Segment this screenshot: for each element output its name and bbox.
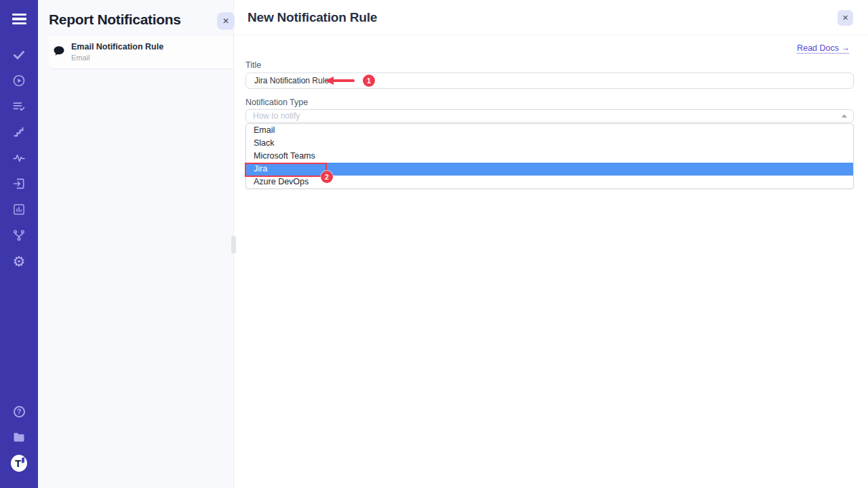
check-icon[interactable] <box>11 47 27 63</box>
menu-icon[interactable] <box>11 11 27 27</box>
report-notifications-panel: Report Notifications ✕ Email Notificatio… <box>38 0 234 488</box>
list-item-title: Email Notification Rule <box>71 42 163 52</box>
read-docs-row: Read Docs → <box>234 35 868 54</box>
help-icon[interactable]: ? <box>11 403 27 420</box>
list-item-subtitle: Email <box>71 54 163 62</box>
title-input[interactable]: Jira Notification Rule 1 <box>245 73 854 89</box>
bar-chart-icon[interactable] <box>11 201 27 218</box>
new-notification-rule-drawer: New Notification Rule ✕ Read Docs → Titl… <box>234 0 868 488</box>
annotation-highlight-rect <box>245 163 327 177</box>
arrow-tail <box>333 79 355 82</box>
logo-letter: T <box>15 458 21 469</box>
caret-up-icon <box>842 115 847 118</box>
branch-icon[interactable] <box>11 227 27 243</box>
app-logo[interactable]: T <box>11 455 27 471</box>
playlist-check-icon[interactable] <box>11 98 27 115</box>
list-item-email-notification-rule[interactable]: Email Notification Rule Email <box>49 36 233 69</box>
annotation-step-badge-2: 2 <box>321 171 333 183</box>
notification-rule-form: Title Jira Notification Rule 1 Notificat… <box>234 54 868 189</box>
play-circle-icon[interactable] <box>11 73 27 89</box>
annotation-arrow-left <box>325 77 355 85</box>
drawer-header: New Notification Rule ✕ <box>234 0 868 35</box>
activity-icon[interactable] <box>11 150 27 166</box>
help-glyph: ? <box>14 406 25 418</box>
option-slack[interactable]: Slack <box>246 137 853 150</box>
menu-bar <box>12 14 26 16</box>
panel-resize-handle[interactable] <box>231 236 236 253</box>
sidebar: ⚙ ? T <box>0 0 38 488</box>
import-icon[interactable] <box>11 176 27 192</box>
menu-bar <box>12 18 26 20</box>
notification-type-select[interactable]: How to notify <box>245 109 854 123</box>
list-item-text: Email Notification Rule Email <box>71 42 163 62</box>
title-input-value: Jira Notification Rule <box>254 76 329 85</box>
option-microsoft-teams[interactable]: Microsoft Teams <box>246 150 853 163</box>
title-label: Title <box>245 60 854 70</box>
annotation-step-badge-1: 1 <box>363 75 375 87</box>
logo-flag <box>22 457 24 463</box>
select-placeholder: How to notify <box>253 111 300 121</box>
read-docs-link[interactable]: Read Docs → <box>797 43 850 53</box>
option-jira[interactable]: Jira <box>246 163 853 176</box>
speech-bubble-icon <box>53 45 65 60</box>
close-icon[interactable]: ✕ <box>217 12 235 30</box>
notification-type-label: Notification Type <box>245 98 854 107</box>
panel-title: Report Notifications <box>38 0 233 36</box>
page-title: New Notification Rule <box>248 10 377 25</box>
option-email[interactable]: Email <box>246 124 853 137</box>
logo-circle: T <box>11 455 27 472</box>
folder-icon[interactable] <box>11 429 27 445</box>
steps-icon[interactable] <box>11 124 27 140</box>
settings-gear-icon[interactable]: ⚙ <box>11 253 27 269</box>
close-icon[interactable]: ✕ <box>837 10 853 26</box>
option-azure-devops[interactable]: Azure DevOps <box>246 176 853 188</box>
sidebar-bottom: ? T <box>11 399 27 476</box>
notification-type-dropdown: Email Slack Microsoft Teams Jira Azure D… <box>245 123 854 189</box>
menu-bar <box>12 22 26 24</box>
gear-glyph: ⚙ <box>13 254 26 268</box>
